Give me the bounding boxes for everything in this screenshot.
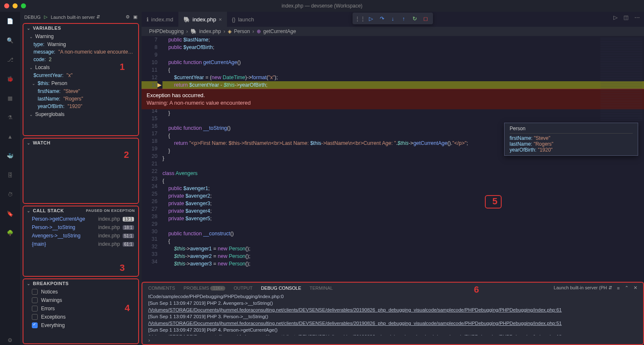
grip-icon[interactable]: ⋮⋮ [356, 14, 364, 23]
editor-area: ℹindex.md🐘index.php×{}launch ⋮⋮ ▷ ↷ ↓ ↑ … [142, 12, 644, 345]
console-input[interactable]: › [142, 335, 644, 345]
editor-tab[interactable]: {}launch [227, 12, 259, 27]
debug-sidebar: DEBUG ▷ Launch built-in server ⇵ ⚙ ▣ 1 V… [20, 12, 142, 345]
docker-icon[interactable]: 🐳 [5, 151, 15, 161]
callstack-panel: 3 CALL STACKPAUSED ON EXCEPTION Person->… [23, 206, 139, 277]
annotation-3: 3 [119, 263, 126, 273]
split-icon[interactable]: ◫ [623, 14, 629, 21]
callstack-row[interactable]: Person->getCurrentAgeindex.php13:1 [23, 215, 138, 223]
debug-icon[interactable]: 🐞 [5, 74, 15, 84]
annotation-6: 6 [472, 284, 481, 295]
editor-tabs: ℹindex.md🐘index.php×{}launch ⋮⋮ ▷ ↷ ↓ ↑ … [142, 12, 644, 27]
breakpoint-row[interactable]: Warnings [23, 296, 138, 304]
console-icon[interactable]: ▣ [133, 14, 137, 20]
tab-problems[interactable]: PROBLEMS 11K+ [183, 286, 225, 291]
minimize-icon[interactable] [13, 3, 18, 8]
explorer-icon[interactable]: 📄 [5, 16, 15, 26]
debug-header: DEBUG ▷ Launch built-in server ⇵ ⚙ ▣ [20, 12, 142, 22]
tab-output[interactable]: OUTPUT [234, 286, 252, 291]
run-icon[interactable]: ▷ [613, 14, 618, 21]
debug-label: DEBUG [24, 15, 41, 20]
step-over-icon[interactable]: ↷ [378, 14, 386, 23]
collapse-icon[interactable]: ⌃ [625, 285, 629, 291]
hover-tooltip: Person firstName: "Steve" lastName: "Rog… [504, 123, 638, 156]
close-icon[interactable] [4, 3, 9, 8]
debug-console-output: tCode/samplecode/PHPDebugging/PHPDebuggi… [142, 293, 644, 335]
start-debug-icon[interactable]: ▷ [44, 14, 47, 20]
editor-tab[interactable]: 🐘index.php× [178, 12, 227, 27]
tab-debug-console[interactable]: DEBUG CONSOLE [261, 286, 301, 291]
settings-icon[interactable]: ⚙ [5, 335, 15, 345]
window-controls[interactable] [4, 3, 26, 8]
tree-icon[interactable]: 🌳 [5, 228, 15, 238]
breakpoint-row[interactable]: Errors [23, 304, 138, 313]
timer-icon[interactable]: ⏱ [5, 189, 15, 199]
variables-panel: 1 VARIABLES Warning type: Warning messag… [23, 23, 139, 136]
titlebar: index.php — devsense (Workspace) [0, 0, 644, 12]
restart-icon[interactable]: ↻ [410, 14, 419, 23]
stop-icon[interactable]: ◻ [421, 14, 430, 23]
scm-icon[interactable]: ⎇ [5, 54, 15, 64]
var-superglobals[interactable]: Superglobals [35, 111, 64, 117]
maximize-icon[interactable] [21, 3, 26, 8]
code-editor[interactable]: 7891011121314151617181920212223242526272… [142, 36, 644, 282]
testing-icon[interactable]: ⚗ [5, 112, 15, 122]
watch-panel: 2 WATCH [23, 138, 139, 204]
var-locals[interactable]: Locals [35, 64, 50, 70]
annotation-4: 4 [124, 303, 131, 314]
breakpoints-title[interactable]: BREAKPOINTS [33, 281, 69, 286]
console-selector[interactable]: Launch built-in server (PH ⇵ [554, 285, 612, 291]
callstack-title[interactable]: CALL STACK [33, 208, 64, 213]
step-out-icon[interactable]: ↑ [399, 14, 408, 23]
debug-config-selector[interactable]: Launch built-in server ⇵ [51, 14, 122, 20]
tab-comments[interactable]: COMMENTS [148, 286, 175, 291]
database-icon[interactable]: 🗄 [5, 170, 15, 180]
tab-terminal[interactable]: TERMINAL [309, 286, 333, 291]
annotation-1: 1 [119, 62, 126, 72]
continue-icon[interactable]: ▷ [367, 14, 375, 23]
bookmark-icon[interactable]: 🔖 [5, 209, 15, 219]
breadcrumb[interactable]: PHPDebugging › 🐘index.php › ◈Person › ⊕g… [142, 27, 644, 36]
more-icon[interactable]: ⋯ [634, 14, 640, 21]
breakpoint-row[interactable]: Notices [23, 288, 138, 296]
gear-icon[interactable]: ⚙ [126, 14, 130, 20]
close-panel-icon[interactable]: ✕ [634, 285, 637, 291]
debug-toolbar: ⋮⋮ ▷ ↷ ↓ ↑ ↻ ◻ [353, 13, 433, 24]
activity-bar: 📄 🔍 ⎇ 🐞 ▦ ⚗ ▲ 🐳 🗄 ⏱ 🔖 🌳 ⚙ [0, 12, 20, 345]
azure-icon[interactable]: ▲ [5, 131, 15, 142]
callstack-row[interactable]: Avengers->__toStringindex.php51:1 [23, 232, 138, 240]
breakpoints-panel: 4 BREAKPOINTS NoticesWarningsErrorsExcep… [23, 278, 139, 344]
callstack-row[interactable]: Person->__toStringindex.php18:1 [23, 223, 138, 232]
callstack-row[interactable]: {main}index.php61:1 [23, 240, 138, 248]
filter-icon[interactable]: ≡ [617, 286, 620, 291]
editor-tab[interactable]: ℹindex.md [142, 12, 178, 27]
annotation-2: 2 [123, 149, 130, 160]
window-title: index.php — devsense (Workspace) [281, 3, 362, 9]
watch-title[interactable]: WATCH [33, 140, 51, 145]
variables-title[interactable]: VARIABLES [33, 26, 61, 31]
breakpoint-row[interactable]: Everything [23, 321, 138, 330]
search-icon[interactable]: 🔍 [5, 35, 15, 45]
breakpoint-row[interactable]: Exceptions [23, 313, 138, 321]
extensions-icon[interactable]: ▦ [5, 93, 15, 103]
step-into-icon[interactable]: ↓ [389, 14, 397, 23]
bottom-panel: 6 COMMENTS PROBLEMS 11K+ OUTPUT DEBUG CO… [142, 282, 644, 345]
var-warning[interactable]: Warning [35, 33, 54, 39]
